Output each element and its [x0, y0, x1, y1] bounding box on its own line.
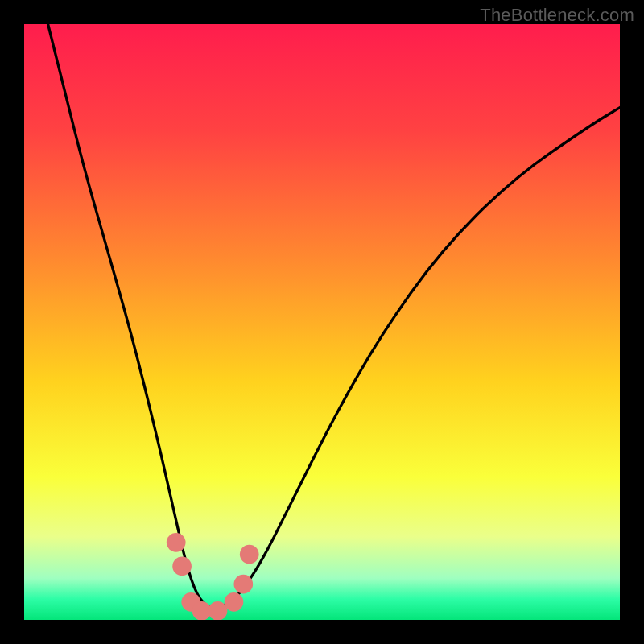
- bottleneck-curve: [24, 24, 620, 620]
- data-marker: [240, 545, 259, 564]
- data-marker: [172, 557, 192, 576]
- plot-area: [24, 24, 620, 620]
- data-marker: [225, 592, 244, 612]
- data-marker: [167, 533, 186, 552]
- watermark-text: TheBottleneck.com: [480, 5, 634, 26]
- data-marker: [208, 601, 228, 620]
- data-marker: [233, 575, 253, 594]
